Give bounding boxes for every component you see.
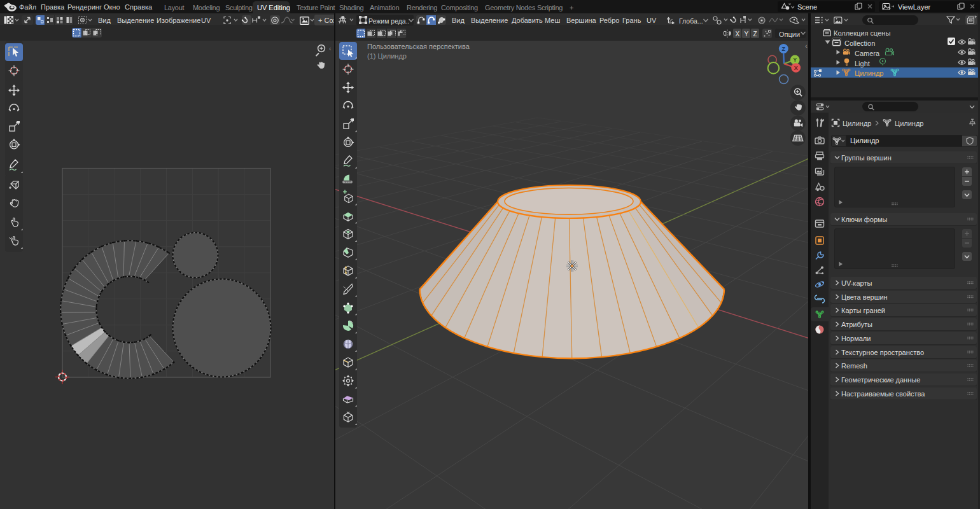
svg-text:+ Соз: + Соз: [318, 17, 334, 24]
svg-text:Пользовательская перспектива: Пользовательская перспектива: [367, 43, 470, 50]
svg-text:‹: ‹: [329, 45, 331, 52]
svg-text:X: X: [794, 65, 798, 71]
svg-text:Z: Z: [782, 46, 786, 52]
svg-text:(1) Цилиндр: (1) Цилиндр: [367, 52, 407, 60]
svg-text:‹: ‹: [805, 42, 808, 50]
svg-text:Y: Y: [793, 57, 797, 63]
